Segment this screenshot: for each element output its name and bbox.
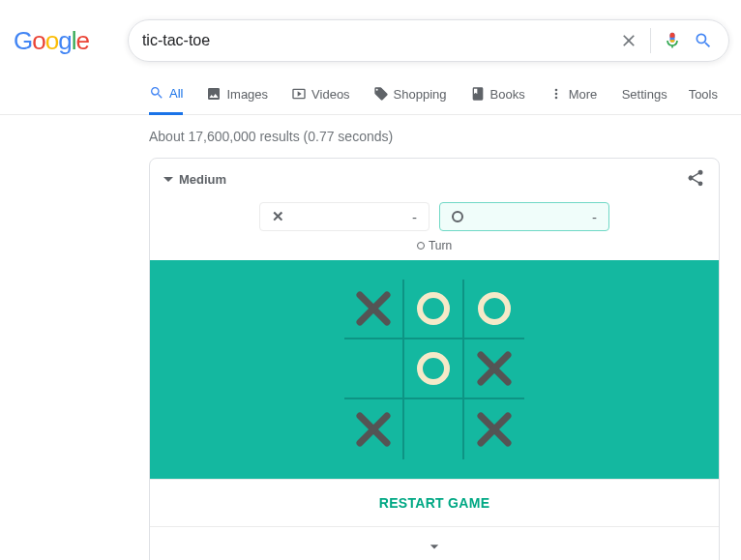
result-stats: About 17,600,000 results (0.77 seconds) [149, 129, 741, 144]
restart-button[interactable]: RESTART GAME [150, 479, 719, 526]
search-input[interactable] [142, 32, 617, 49]
game-board [344, 280, 524, 459]
cell-5[interactable] [464, 339, 524, 399]
google-logo[interactable]: Google [14, 26, 89, 56]
cell-2[interactable] [464, 280, 524, 339]
difficulty-select[interactable]: Medium [163, 172, 226, 187]
expand-button[interactable] [150, 526, 719, 560]
cell-1[interactable] [404, 280, 464, 339]
tab-videos[interactable]: Videos [291, 75, 350, 114]
more-icon [548, 86, 564, 102]
tictactoe-card: Medium ✕ - - Turn [149, 158, 720, 560]
images-icon [206, 86, 222, 102]
books-icon [470, 86, 486, 102]
score-o[interactable]: - [439, 202, 609, 231]
search-icon[interactable] [692, 31, 715, 50]
cell-4[interactable] [404, 339, 464, 399]
videos-icon [291, 86, 307, 102]
tab-more[interactable]: More [548, 75, 598, 114]
chevron-down-icon [425, 537, 444, 556]
navigation-tabs: All Images Videos Shopping Books More [0, 75, 741, 115]
cell-8[interactable] [464, 399, 524, 459]
main-content: About 17,600,000 results (0.77 seconds) … [0, 115, 741, 560]
tab-all[interactable]: All [149, 75, 183, 115]
cell-0[interactable] [344, 280, 404, 339]
turn-indicator: Turn [150, 239, 719, 260]
share-icon[interactable] [686, 168, 705, 191]
clear-icon[interactable] [617, 31, 640, 50]
search-icon [149, 85, 164, 101]
cell-6[interactable] [344, 399, 404, 459]
caret-down-icon [163, 175, 173, 185]
cell-3[interactable] [344, 339, 404, 399]
search-bar [128, 19, 729, 62]
link-settings[interactable]: Settings [622, 77, 667, 113]
mic-icon[interactable] [661, 31, 684, 50]
divider [650, 28, 651, 53]
tab-images[interactable]: Images [206, 75, 268, 114]
score-x[interactable]: ✕ - [259, 202, 430, 231]
cell-7[interactable] [404, 399, 464, 459]
tab-books[interactable]: Books [470, 75, 525, 114]
header: Google [0, 0, 741, 75]
tab-shopping[interactable]: Shopping [373, 75, 447, 114]
shopping-icon [373, 86, 389, 102]
link-tools[interactable]: Tools [689, 77, 718, 113]
